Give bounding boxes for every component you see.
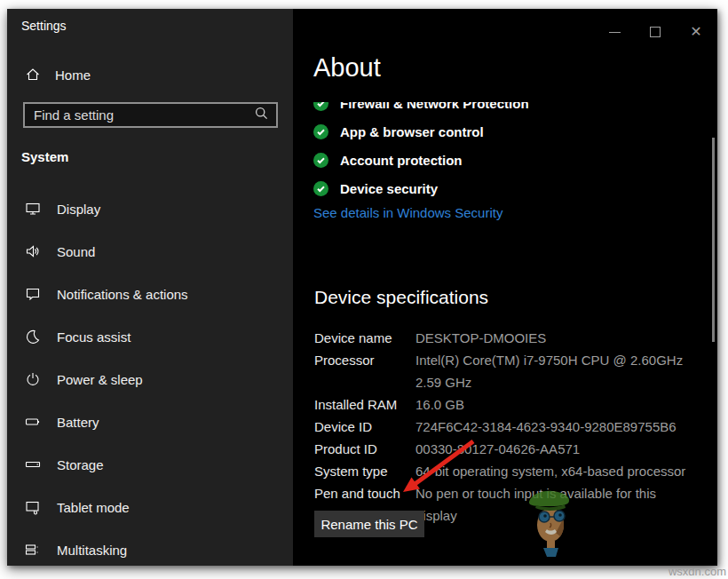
device-specifications-heading: Device specifications	[314, 287, 488, 308]
spec-label: Installed RAM	[314, 393, 415, 416]
spec-value: DESKTOP-DMOOIES	[415, 327, 696, 349]
sidebar-item-label: Power & sleep	[57, 372, 143, 387]
sound-icon	[25, 243, 41, 259]
spec-value: No pen or touch input is available for t…	[415, 482, 696, 527]
security-status-list: Firewall & Network Protection App & brow…	[313, 89, 529, 202]
spec-label: Product ID	[314, 438, 415, 460]
spec-label: System type	[314, 460, 415, 482]
security-item-firewall[interactable]: Firewall & Network Protection	[313, 89, 529, 117]
minimize-icon	[609, 32, 621, 33]
sidebar-item-label: Tablet mode	[57, 500, 130, 515]
search-icon[interactable]	[255, 107, 268, 123]
sidebar-item-label: Sound	[57, 244, 95, 259]
spec-value: 16.0 GB	[415, 393, 696, 416]
sidebar-item-notifications[interactable]: Notifications & actions	[7, 273, 293, 315]
minimize-button[interactable]	[602, 21, 627, 43]
main-panel: ✕ About Firewall & Network Protection Ap…	[293, 9, 717, 566]
battery-icon	[25, 414, 41, 430]
app-title: Settings	[21, 19, 67, 33]
notifications-icon	[25, 286, 41, 302]
sidebar-item-label: Multitasking	[57, 543, 127, 558]
maximize-button[interactable]	[643, 21, 668, 43]
search-input[interactable]	[25, 107, 255, 123]
search-box[interactable]	[23, 102, 278, 128]
sidebar-item-label: Battery	[57, 415, 99, 430]
page: Settings Home System	[0, 0, 728, 579]
spec-label: Device ID	[314, 416, 415, 438]
section-label-system: System	[21, 149, 68, 164]
storage-icon	[25, 456, 41, 472]
check-circle-icon	[313, 124, 328, 139]
spec-value: 00330-80127-04626-AA571	[415, 438, 696, 460]
security-item-app-browser[interactable]: App & browser control	[313, 117, 529, 146]
rename-this-pc-button[interactable]: Rename this PC	[314, 511, 424, 537]
sidebar-item-label: Storage	[57, 457, 104, 472]
check-circle-icon	[313, 96, 328, 111]
site-watermark: wsxdn.com	[669, 565, 726, 578]
security-item-account[interactable]: Account protection	[313, 146, 529, 174]
security-item-device-security[interactable]: Device security	[313, 174, 529, 202]
sidebar-item-battery[interactable]: Battery	[7, 401, 293, 443]
sidebar-item-power-sleep[interactable]: Power & sleep	[7, 358, 293, 401]
maximize-icon	[650, 27, 661, 37]
sidebar-item-label: Notifications & actions	[57, 287, 188, 302]
power-icon	[25, 371, 41, 387]
tablet-mode-icon	[25, 499, 41, 515]
sidebar-item-tablet-mode[interactable]: Tablet mode	[7, 486, 293, 528]
sidebar-item-label: Display	[57, 202, 100, 217]
spec-label: Device name	[314, 327, 415, 349]
focus-assist-icon	[25, 329, 41, 345]
sidebar-item-storage[interactable]: Storage	[7, 443, 293, 486]
sidebar-nav: Display Sound Notifications & actions	[7, 187, 293, 571]
sidebar-item-focus-assist[interactable]: Focus assist	[7, 315, 293, 358]
window-controls: ✕	[602, 21, 708, 43]
check-circle-icon	[313, 181, 328, 196]
multitasking-icon	[25, 542, 41, 558]
sidebar-item-label: Home	[55, 67, 91, 83]
check-circle-icon	[313, 153, 328, 168]
sidebar-item-multitasking[interactable]: Multitasking	[7, 528, 293, 571]
display-icon	[25, 201, 41, 217]
sidebar-item-display[interactable]: Display	[7, 187, 293, 230]
sidebar-item-label: Focus assist	[57, 329, 131, 345]
spec-value: 64-bit operating system, x64-based proce…	[415, 460, 696, 482]
windows-security-details-link[interactable]: See details in Windows Security	[313, 205, 502, 220]
settings-window: Settings Home System	[7, 9, 717, 566]
sidebar-item-sound[interactable]: Sound	[7, 230, 293, 273]
home-icon	[25, 67, 41, 83]
spec-label: Processor	[314, 349, 415, 393]
close-icon: ✕	[690, 25, 701, 39]
spec-value: Intel(R) Core(TM) i7-9750H CPU @ 2.60GHz…	[415, 349, 696, 393]
page-title: About	[313, 53, 597, 84]
device-specs-table: Device name DESKTOP-DMOOIES Processor In…	[314, 327, 696, 527]
close-button[interactable]: ✕	[684, 21, 708, 43]
spec-value: 724F6C42-3184-4623-9340-9280E89755B6	[415, 416, 696, 438]
sidebar-item-home[interactable]: Home	[18, 63, 282, 86]
sidebar: Settings Home System	[7, 9, 293, 566]
vertical-scrollbar[interactable]	[712, 138, 715, 342]
